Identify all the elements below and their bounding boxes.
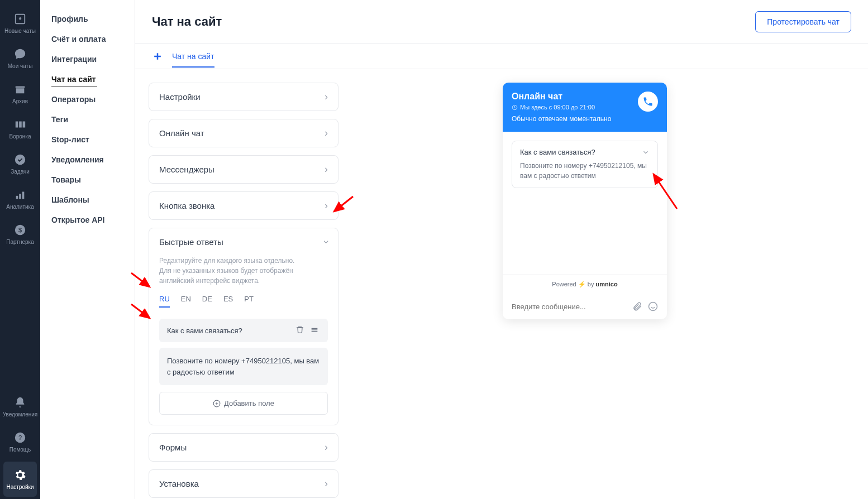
accordion-call-button: Кнопка звонка › [149,191,338,220]
sidebar-item-stoplist[interactable]: Stop-лист [40,129,135,150]
settings-sidebar: Профиль Счёт и оплата Интеграции Чат на … [40,0,135,499]
main-content: Чат на сайт Протестировать чат Чат на са… [135,0,868,499]
nav-tasks[interactable]: Задачи [0,146,40,181]
nav-label: Задачи [11,169,30,175]
svg-rect-1 [16,122,18,128]
chat-response-time: Обычно отвечаем моментально [512,115,638,123]
accordion-hint: Редактируйте для каждого языка отдельно.… [159,256,328,286]
sidebar-item-notifications[interactable]: Уведомления [40,150,135,170]
main-header: Чат на сайт Протестировать чат [135,0,868,44]
svg-text:?: ? [18,434,22,441]
chat-hours: Мы здесь с 09:00 до 21:00 [512,104,638,111]
accordion-label: Настройки [159,92,201,102]
bell-icon [13,396,27,409]
chat-input[interactable] [512,303,627,311]
emoji-icon[interactable] [648,301,658,311]
nav-archive[interactable]: Архив [0,76,40,111]
chevron-right-icon: › [325,91,328,103]
lang-tab-es[interactable]: ES [223,295,233,308]
nav-new-chats[interactable]: Новые чаты [0,6,40,41]
sidebar-item-billing[interactable]: Счёт и оплата [40,29,135,49]
lang-tab-en[interactable]: EN [181,295,191,308]
accordion-label: Формы [159,443,187,452]
lang-tab-pt[interactable]: PT [244,295,254,308]
sidebar-item-operators[interactable]: Операторы [40,89,135,109]
nav-funnel[interactable]: Воронка [0,111,40,146]
svg-point-14 [649,303,657,311]
nav-affiliate[interactable]: $ Партнерка [0,217,40,252]
sidebar-item-templates[interactable]: Шаблоны [40,190,135,210]
accordion-header[interactable]: Установка › [149,470,338,497]
chat-input-row [503,294,667,319]
chevron-right-icon: › [325,442,328,453]
dark-sidebar: Новые чаты Мои чаты Архив Воронка Задачи… [0,0,40,499]
sidebar-item-integrations[interactable]: Интеграции [40,49,135,69]
content-area: Настройки › Онлайн чат › Мессенджеры › К… [135,69,868,499]
attachment-icon[interactable] [632,301,642,311]
faq-question: Как с вами связаться? [520,148,595,156]
clock-icon [512,104,518,111]
nav-my-chats[interactable]: Мои чаты [0,41,40,76]
accordion-header[interactable]: Кнопка звонка › [149,192,338,219]
analytics-icon [13,188,27,201]
test-chat-button[interactable]: Протестировать чат [755,11,851,32]
nav-label: Новые чаты [4,28,36,34]
chat-hours-text: Мы здесь с 09:00 до 21:00 [520,104,595,111]
powered-prefix: Powered [552,281,576,287]
sidebar-item-tags[interactable]: Теги [40,109,135,129]
nav-label: Воронка [9,133,31,140]
sidebar-item-goods[interactable]: Товары [40,170,135,190]
chevron-down-icon [642,148,650,156]
call-button[interactable] [638,92,658,112]
accordion-header[interactable]: Формы › [149,434,338,461]
add-field-button[interactable]: Добавить поле [159,392,328,415]
chat-icon [13,47,27,61]
nav-notifications[interactable]: Уведомления [0,389,40,424]
accordion-label: Быстрые ответы [159,237,223,247]
svg-rect-5 [16,196,18,199]
accordion-install: Установка › [149,469,338,498]
nav-settings[interactable]: Настройки [3,462,37,497]
lang-tab-de[interactable]: DE [202,295,212,308]
accordion-label: Кнопка звонка [159,201,214,210]
archive-icon [13,83,27,96]
accordion-header[interactable]: Онлайн чат › [149,119,338,147]
plus-circle-icon [213,400,221,407]
nav-label: Настройки [6,484,34,490]
accordion-quick-answers: Быстрые ответы › Редактируйте для каждог… [149,228,338,425]
gear-icon [13,468,27,482]
drag-handle-icon[interactable] [310,325,320,335]
check-icon [13,153,27,166]
accordion-header[interactable]: Настройки › [149,83,338,111]
faq-card[interactable]: Как с вами связаться? Позвоните по номер… [512,141,658,188]
add-tab-icon[interactable] [152,51,163,62]
page-title: Чат на сайт [152,15,222,29]
powered-by-text: by [588,281,594,287]
accordion-panel: Настройки › Онлайн чат › Мессенджеры › К… [149,83,338,498]
sidebar-item-api[interactable]: Открытое API [40,210,135,230]
nav-label: Помощь [9,447,31,453]
nav-analytics[interactable]: Аналитика [0,181,40,217]
tab-chat-widget[interactable]: Чат на сайт [172,52,214,68]
svg-rect-6 [19,194,21,199]
chat-footer: Powered ⚡ by umnico [503,275,667,319]
add-field-label: Добавить поле [224,399,274,407]
powered-by: Powered ⚡ by umnico [503,275,667,294]
qa-answer[interactable]: Позвоните по номеру +74950212105, мы вам… [159,348,328,385]
chat-preview-header: Онлайн чат Мы здесь с 09:00 до 21:00 Обы… [503,83,667,132]
question-icon: ? [13,431,27,444]
qa-question[interactable]: Как с вами связаться? [159,319,328,342]
dollar-icon: $ [13,223,27,237]
sidebar-item-profile[interactable]: Профиль [40,9,135,29]
lang-tab-ru[interactable]: RU [159,295,170,308]
accordion-label: Установка [159,479,199,488]
sidebar-item-chat-widget[interactable]: Чат на сайт [40,69,135,89]
nav-help[interactable]: ? Помощь [0,424,40,459]
nav-label: Уведомления [3,411,38,418]
chat-header-text: Онлайн чат Мы здесь с 09:00 до 21:00 Обы… [512,92,638,123]
svg-text:$: $ [18,227,22,233]
accordion-header[interactable]: Быстрые ответы › [149,228,338,256]
chat-preview: Онлайн чат Мы здесь с 09:00 до 21:00 Обы… [503,83,667,319]
accordion-header[interactable]: Мессенджеры › [149,156,338,183]
trash-icon[interactable] [295,325,306,335]
